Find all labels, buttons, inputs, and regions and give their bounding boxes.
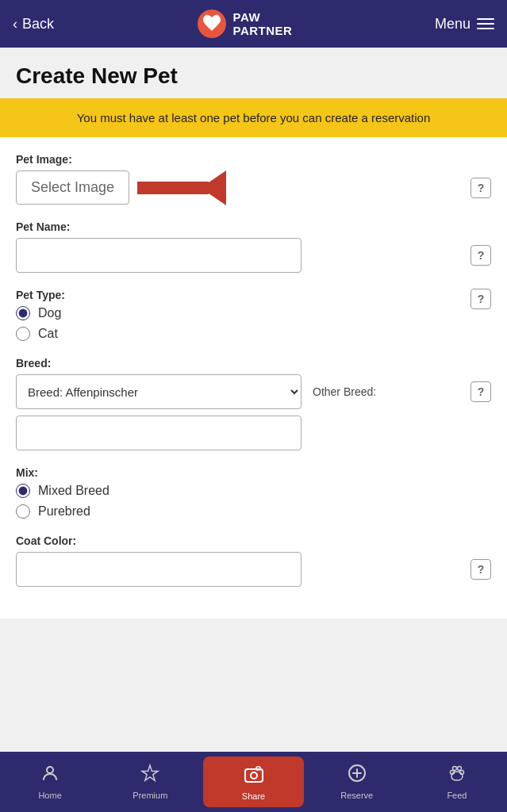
bottom-navigation: Home Premium Share Reserve — [0, 752, 507, 812]
pet-type-dog-label: Dog — [38, 306, 61, 320]
feed-icon — [447, 764, 467, 787]
page-title-area: Create New Pet — [0, 48, 507, 98]
mix-radio-group: Mixed Breed Purebred — [16, 484, 491, 519]
coat-color-row: ? — [16, 552, 491, 587]
svg-point-3 — [47, 767, 53, 773]
pet-image-label: Pet Image: — [16, 153, 491, 166]
coat-color-help-button[interactable]: ? — [471, 559, 491, 580]
pet-name-label: Pet Name: — [16, 220, 491, 233]
nav-premium-label: Premium — [133, 791, 167, 800]
pet-type-dog-option[interactable]: Dog — [16, 306, 463, 320]
back-button[interactable]: ‹ Back — [13, 16, 54, 33]
mix-mixed-label: Mixed Breed — [38, 484, 109, 498]
other-breed-input-row — [16, 416, 491, 450]
nav-home-label: Home — [38, 791, 61, 800]
breed-help-button[interactable]: ? — [471, 381, 491, 402]
menu-button[interactable]: Menu — [435, 16, 494, 33]
pet-image-row: Select Image ? — [16, 170, 491, 205]
pet-type-dog-radio[interactable] — [16, 306, 30, 320]
hamburger-icon — [477, 18, 494, 29]
pet-type-section: Pet Type: Dog Cat ? — [16, 289, 491, 341]
pet-type-cat-label: Cat — [38, 327, 58, 341]
svg-point-11 — [457, 767, 461, 771]
menu-label: Menu — [435, 16, 471, 33]
reserve-icon — [348, 764, 367, 787]
nav-share-label: Share — [242, 791, 265, 801]
pet-type-help-button[interactable]: ? — [471, 289, 491, 309]
nav-item-premium[interactable]: Premium — [100, 752, 200, 812]
other-breed-label: Other Breed: — [313, 385, 376, 398]
pet-name-row: ? — [16, 238, 491, 273]
breed-section: Breed: Breed: Affenpinscher Breed: Other… — [16, 357, 491, 450]
mix-purebred-label: Purebred — [38, 504, 90, 519]
arrow-indicator — [137, 174, 232, 202]
pet-name-section: Pet Name: ? — [16, 220, 491, 273]
nav-feed-label: Feed — [447, 791, 467, 800]
svg-rect-4 — [245, 769, 263, 782]
svg-point-5 — [251, 772, 257, 779]
breed-label: Breed: — [16, 357, 491, 370]
form-area: Pet Image: Select Image ? Pet Name: ? Pe… — [0, 137, 507, 619]
premium-icon — [140, 764, 159, 787]
pet-image-help-button[interactable]: ? — [471, 178, 491, 198]
svg-point-10 — [452, 767, 456, 771]
home-icon — [40, 764, 60, 787]
mix-mixed-breed-option[interactable]: Mixed Breed — [16, 484, 491, 498]
app-logo: PAW PARTNER — [197, 9, 293, 39]
logo-text: PAW PARTNER — [233, 10, 293, 38]
pet-name-help-button[interactable]: ? — [471, 245, 491, 266]
coat-color-label: Coat Color: — [16, 534, 491, 547]
nav-item-feed[interactable]: Feed — [407, 752, 507, 812]
pet-image-section: Pet Image: Select Image ? — [16, 153, 491, 205]
pet-type-cat-option[interactable]: Cat — [16, 327, 463, 341]
coat-color-input[interactable] — [16, 552, 302, 587]
pet-name-input[interactable] — [16, 238, 302, 273]
nav-item-share[interactable]: Share — [203, 756, 303, 807]
pet-type-label: Pet Type: — [16, 289, 463, 301]
svg-point-2 — [214, 15, 218, 19]
alert-banner: You must have at least one pet before yo… — [0, 98, 507, 137]
main-content: Create New Pet You must have at least on… — [0, 48, 507, 812]
back-label: Back — [22, 16, 54, 33]
share-icon — [244, 763, 264, 788]
nav-item-reserve[interactable]: Reserve — [307, 752, 407, 812]
pet-type-cat-radio[interactable] — [16, 327, 30, 341]
page-title: Create New Pet — [16, 63, 491, 89]
breed-row: Breed: Affenpinscher Breed: Other Other … — [16, 374, 491, 409]
pet-type-radio-group: Dog Cat — [16, 306, 463, 341]
back-chevron-icon: ‹ — [13, 16, 17, 33]
logo-icon — [197, 9, 227, 39]
app-header: ‹ Back PAW PARTNER Menu — [0, 0, 507, 48]
mix-purebred-option[interactable]: Purebred — [16, 504, 491, 519]
coat-color-section: Coat Color: ? — [16, 534, 491, 587]
select-image-button[interactable]: Select Image — [16, 170, 129, 205]
nav-reserve-label: Reserve — [340, 791, 373, 800]
breed-select[interactable]: Breed: Affenpinscher Breed: Other — [16, 374, 302, 409]
nav-item-home[interactable]: Home — [0, 752, 100, 812]
svg-point-1 — [205, 15, 209, 19]
mix-mixed-radio[interactable] — [16, 484, 30, 498]
mix-section: Mix: Mixed Breed Purebred — [16, 466, 491, 519]
mix-purebred-radio[interactable] — [16, 504, 30, 519]
other-breed-input[interactable] — [16, 416, 302, 450]
mix-label: Mix: — [16, 466, 491, 479]
